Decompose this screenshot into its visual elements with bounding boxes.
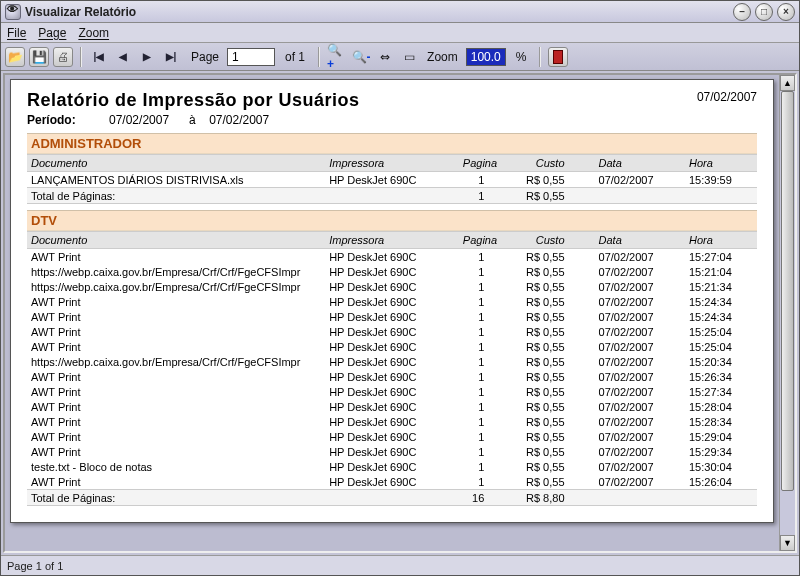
total-row: Total de Páginas:16R$ 8,80 [27, 490, 757, 506]
menu-zoom[interactable]: Zoom [78, 26, 109, 40]
cell-pag: 1 [459, 264, 515, 279]
fit-width-icon[interactable]: ⇔ [375, 47, 395, 67]
cell-dat: 07/02/2007 [595, 369, 685, 384]
cell-pag: 1 [459, 279, 515, 294]
table-row: AWT PrintHP DeskJet 690C1R$ 0,5507/02/20… [27, 294, 757, 309]
cell-dat: 07/02/2007 [595, 324, 685, 339]
report-period: Período: 07/02/2007 à 07/02/2007 [27, 113, 360, 127]
zoom-out-icon[interactable]: 🔍- [351, 47, 371, 67]
open-icon[interactable]: 📂 [5, 47, 25, 67]
cell-imp: HP DeskJet 690C [325, 414, 459, 429]
zoom-input[interactable] [466, 48, 506, 66]
scroll-track[interactable] [780, 91, 795, 535]
zoom-pct: % [516, 50, 527, 64]
page-label: Page [191, 50, 219, 64]
fit-page-icon[interactable]: ▭ [399, 47, 419, 67]
cell-dat: 07/02/2007 [595, 309, 685, 324]
table-row: AWT PrintHP DeskJet 690C1R$ 0,5507/02/20… [27, 249, 757, 265]
cell-cst: R$ 0,55 [514, 309, 594, 324]
table-row: https://webp.caixa.gov.br/Empresa/Crf/Cr… [27, 279, 757, 294]
zoom-in-icon[interactable]: 🔍+ [327, 47, 347, 67]
titlebar: Visualizar Relatório – □ × [1, 1, 799, 23]
cell-imp: HP DeskJet 690C [325, 264, 459, 279]
cell-hor: 15:29:34 [685, 444, 757, 459]
col-cst: Custo [514, 155, 594, 172]
cell-hor: 15:25:04 [685, 339, 757, 354]
col-pag: Pagina [459, 155, 515, 172]
col-imp: Impressora [325, 155, 459, 172]
cell-cst: R$ 0,55 [514, 474, 594, 490]
cell-imp: HP DeskJet 690C [325, 429, 459, 444]
cell-hor: 15:28:04 [685, 399, 757, 414]
period-to: 07/02/2007 [209, 113, 269, 127]
nav-last-icon[interactable]: ▶| [161, 47, 181, 67]
scroll-down-icon[interactable]: ▼ [780, 535, 795, 551]
cell-pag: 1 [459, 249, 515, 265]
cell-imp: HP DeskJet 690C [325, 354, 459, 369]
cell-hor: 15:24:34 [685, 309, 757, 324]
nav-next-icon[interactable]: ▶ [137, 47, 157, 67]
app-window: Visualizar Relatório – □ × File Page Zoo… [0, 0, 800, 576]
table-row: AWT PrintHP DeskJet 690C1R$ 0,5507/02/20… [27, 414, 757, 429]
cell-dat: 07/02/2007 [595, 459, 685, 474]
cell-imp: HP DeskJet 690C [325, 369, 459, 384]
cell-cst: R$ 0,55 [514, 339, 594, 354]
cell-doc: AWT Print [27, 294, 325, 309]
scroll-thumb[interactable] [781, 91, 794, 491]
cell-pag: 1 [459, 399, 515, 414]
period-sep: à [189, 113, 196, 127]
report-table: DocumentoImpressoraPaginaCustoDataHoraLA… [27, 154, 757, 204]
cell-imp: HP DeskJet 690C [325, 324, 459, 339]
vertical-scrollbar[interactable]: ▲ ▼ [779, 75, 795, 551]
cell-pag: 1 [459, 324, 515, 339]
cell-pag: 1 [459, 384, 515, 399]
page-container[interactable]: Relatório de Impressão por Usuários Perí… [5, 75, 779, 551]
table-row: AWT PrintHP DeskJet 690C1R$ 0,5507/02/20… [27, 444, 757, 459]
cell-imp: HP DeskJet 690C [325, 309, 459, 324]
cell-imp: HP DeskJet 690C [325, 459, 459, 474]
table-row: AWT PrintHP DeskJet 690C1R$ 0,5507/02/20… [27, 339, 757, 354]
cell-cst: R$ 0,55 [514, 459, 594, 474]
toggle-icon [553, 50, 563, 64]
close-button[interactable]: × [777, 3, 795, 21]
cell-hor: 15:28:34 [685, 414, 757, 429]
nav-first-icon[interactable]: |◀ [89, 47, 109, 67]
menu-file[interactable]: File [7, 26, 26, 40]
table-row: AWT PrintHP DeskJet 690C1R$ 0,5507/02/20… [27, 369, 757, 384]
cell-hor: 15:25:04 [685, 324, 757, 339]
maximize-button[interactable]: □ [755, 3, 773, 21]
cell-doc: AWT Print [27, 399, 325, 414]
cell-imp: HP DeskJet 690C [325, 339, 459, 354]
col-doc: Documento [27, 232, 325, 249]
save-icon[interactable]: 💾 [29, 47, 49, 67]
table-row: LANÇAMENTOS DIÁRIOS DISTRIVISA.xlsHP Des… [27, 172, 757, 188]
table-row: AWT PrintHP DeskJet 690C1R$ 0,5507/02/20… [27, 429, 757, 444]
cell-pag: 1 [459, 294, 515, 309]
table-row: AWT PrintHP DeskJet 690C1R$ 0,5507/02/20… [27, 474, 757, 490]
scroll-up-icon[interactable]: ▲ [780, 75, 795, 91]
cell-doc: https://webp.caixa.gov.br/Empresa/Crf/Cr… [27, 354, 325, 369]
cell-hor: 15:27:34 [685, 384, 757, 399]
cell-pag: 1 [459, 339, 515, 354]
report-date: 07/02/2007 [697, 90, 757, 104]
cell-doc: AWT Print [27, 444, 325, 459]
cell-imp: HP DeskJet 690C [325, 172, 459, 188]
col-imp: Impressora [325, 232, 459, 249]
cell-doc: AWT Print [27, 249, 325, 265]
col-hor: Hora [685, 232, 757, 249]
minimize-button[interactable]: – [733, 3, 751, 21]
cell-imp: HP DeskJet 690C [325, 249, 459, 265]
status-text: Page 1 of 1 [7, 560, 63, 572]
print-icon[interactable]: 🖨 [53, 47, 73, 67]
table-row: teste.txt - Bloco de notasHP DeskJet 690… [27, 459, 757, 474]
cell-imp: HP DeskJet 690C [325, 444, 459, 459]
toolbar-sep [80, 47, 82, 67]
cell-pag: 1 [459, 354, 515, 369]
page-input[interactable] [227, 48, 275, 66]
table-row: https://webp.caixa.gov.br/Empresa/Crf/Cr… [27, 264, 757, 279]
toggle-button[interactable] [548, 47, 568, 67]
cell-dat: 07/02/2007 [595, 414, 685, 429]
nav-prev-icon[interactable]: ◀ [113, 47, 133, 67]
menu-page[interactable]: Page [38, 26, 66, 40]
statusbar: Page 1 of 1 [1, 555, 799, 575]
